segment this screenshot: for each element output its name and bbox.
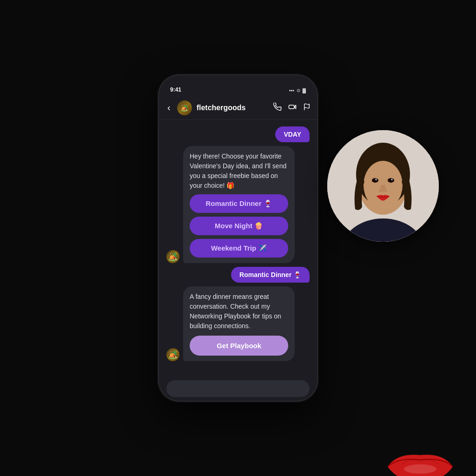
red-lips-decoration xyxy=(383,443,457,476)
scene: 9:41 ▪▪▪ ⊙ ▓ ‹ 🏕️ fletchergoods xyxy=(0,0,476,476)
lips-svg xyxy=(383,443,457,476)
portrait-overlay xyxy=(327,130,439,242)
choice-romantic-dinner[interactable]: Romantic Dinner 🍷 xyxy=(190,194,288,213)
svg-point-11 xyxy=(388,178,394,183)
svg-rect-0 xyxy=(289,105,294,109)
back-button[interactable]: ‹ xyxy=(165,100,172,115)
portrait-svg xyxy=(327,130,439,242)
status-time: 9:41 xyxy=(170,86,181,93)
svg-point-10 xyxy=(372,178,378,183)
get-playbook-button[interactable]: Get Playbook xyxy=(190,336,288,356)
battery-icon: ▓ xyxy=(303,88,306,93)
svg-point-14 xyxy=(404,464,436,474)
bot-avatar-1: 🏕️ xyxy=(166,250,179,263)
svg-point-13 xyxy=(391,178,393,180)
flag-icon[interactable] xyxy=(303,103,311,113)
profile-avatar[interactable]: 🏕️ xyxy=(177,100,192,115)
bot-message-1-wrapper: Hey there! Choose your favorite Valentin… xyxy=(183,146,295,263)
bot-emoji-2: 🏕️ xyxy=(168,350,178,360)
bot-message-1-text: Hey there! Choose your favorite Valentin… xyxy=(190,152,288,191)
received-message-row-2: 🏕️ A fancy dinner means great conversati… xyxy=(166,286,310,361)
video-icon[interactable] xyxy=(288,103,297,113)
bot-emoji-1: 🏕️ xyxy=(168,251,178,262)
username-label: fletchergoods xyxy=(197,104,269,112)
screen: 9:41 ▪▪▪ ⊙ ▓ ‹ 🏕️ fletchergoods xyxy=(159,75,317,401)
avatar-emoji: 🏕️ xyxy=(180,104,188,112)
bot-message-2-wrapper: A fancy dinner means great conversation.… xyxy=(183,286,295,361)
input-bar xyxy=(159,377,317,401)
wifi-icon: ⊙ xyxy=(297,88,300,93)
svg-point-12 xyxy=(375,178,377,180)
bot-avatar-2: 🏕️ xyxy=(166,348,179,361)
status-icons: ▪▪▪ ⊙ ▓ xyxy=(289,88,306,93)
bot-message-2-text: A fancy dinner means great conversation.… xyxy=(190,292,288,331)
call-icon[interactable] xyxy=(273,103,282,113)
nav-action-icons xyxy=(273,103,311,113)
received-message-row-1: 🏕️ Hey there! Choose your favorite Valen… xyxy=(166,146,310,263)
choice-weekend-trip[interactable]: Weekend Trip ✈️ xyxy=(190,239,288,258)
choice-movie-night[interactable]: Move Night 🍿 xyxy=(190,217,288,235)
message-input[interactable] xyxy=(166,380,310,397)
signal-icon: ▪▪▪ xyxy=(289,88,294,93)
status-bar: 9:41 ▪▪▪ ⊙ ▓ xyxy=(159,75,317,96)
sent-message-vday: VDAY xyxy=(275,126,310,142)
phone-frame: 9:41 ▪▪▪ ⊙ ▓ ‹ 🏕️ fletchergoods xyxy=(159,75,317,401)
sent-message-romantic: Romantic Dinner 🍷 xyxy=(231,267,310,283)
nav-bar: ‹ 🏕️ fletchergoods xyxy=(159,96,317,120)
messages-area: VDAY 🏕️ Hey there! Choose your favorite … xyxy=(159,120,317,377)
